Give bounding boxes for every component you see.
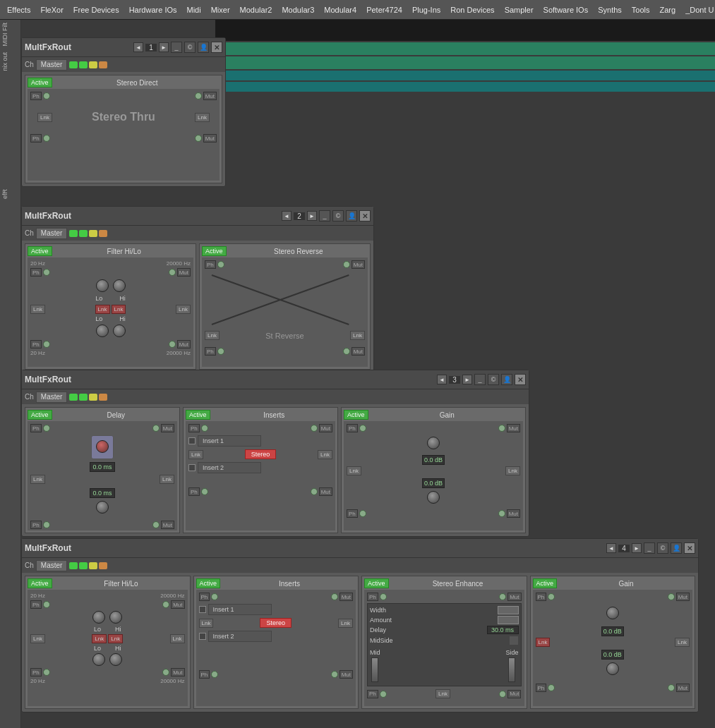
menu-modular2[interactable]: Modular2 <box>236 4 277 16</box>
panel3-prev[interactable]: ◄ <box>437 375 447 384</box>
panel2-lnk3[interactable]: Lnk <box>112 305 126 314</box>
menu-software-ios[interactable]: Software IOs <box>539 4 593 16</box>
panel3-mod2-active[interactable]: Active <box>186 410 210 420</box>
menu-mixer[interactable]: Mixer <box>207 4 234 16</box>
menu-peter4724[interactable]: Peter4724 <box>362 4 407 16</box>
panel4-m2-lnk2[interactable]: Lnk <box>338 619 353 628</box>
panel3-m3-ph-bl[interactable]: Ph <box>347 509 358 518</box>
panel2-knob2[interactable] <box>113 279 126 292</box>
panel4-m4-ph-tl[interactable]: Ph <box>536 593 547 601</box>
panel2-lnk2[interactable]: Lnk <box>95 305 110 314</box>
panel4-width-slider[interactable] <box>498 606 519 614</box>
panel4-knob4[interactable] <box>109 653 122 666</box>
panel4-close[interactable]: ✕ <box>684 542 695 554</box>
panel3-gain-knob2[interactable] <box>427 491 440 504</box>
panel2-ph-bl[interactable]: Ph <box>30 340 42 348</box>
panel3-m1-mut-tr[interactable]: Mut <box>161 424 174 432</box>
panel4-insert2-btn[interactable]: Insert 2 <box>208 631 272 642</box>
panel3-insert2-btn[interactable]: Insert 2 <box>198 462 261 473</box>
menu-midi[interactable]: Midi <box>183 4 205 16</box>
panel4-m2-ph-bl[interactable]: Ph <box>199 670 210 679</box>
panel1-copy[interactable]: © <box>184 42 196 53</box>
panel2-m2-lnk-left[interactable]: Lnk <box>205 331 220 340</box>
panel3-m2-ph-bl[interactable]: Ph <box>188 487 200 496</box>
panel4-midside-toggle[interactable] <box>509 636 519 645</box>
panel3-mod3-active[interactable]: Active <box>344 410 368 420</box>
panel3-master[interactable]: Master <box>36 392 68 403</box>
panel4-m4-ph-bl[interactable]: Ph <box>536 684 547 692</box>
menu-dont-u[interactable]: _Dont U <box>681 4 715 16</box>
panel3-m3-mut-br[interactable]: Mut <box>507 509 520 518</box>
menu-tools[interactable]: Tools <box>627 4 654 16</box>
panel3-m1-mut-br[interactable]: Mut <box>161 521 174 529</box>
panel4-m2-lnk1[interactable]: Lnk <box>199 619 214 628</box>
panel4-m2-mut-tr[interactable]: Mut <box>340 593 353 601</box>
panel1-master[interactable]: Master <box>36 59 68 71</box>
panel2-prev[interactable]: ◄ <box>282 211 292 221</box>
panel4-m1-mut-tr[interactable]: Mut <box>171 600 184 609</box>
panel4-insert1-btn[interactable]: Insert 1 <box>208 604 272 615</box>
panel3-m1-lnk1[interactable]: Lnk <box>30 475 45 484</box>
panel4-copy[interactable]: © <box>657 542 668 554</box>
panel2-mod2-active[interactable]: Active <box>202 246 227 256</box>
panel4-mod2-active[interactable]: Active <box>196 578 221 588</box>
panel4-m3-ph-bl[interactable]: Ph <box>367 690 378 698</box>
panel4-m1-ph-bl[interactable]: Ph <box>30 668 42 677</box>
menu-zarg[interactable]: Zarg <box>656 4 680 16</box>
panel2-ph-tl[interactable]: Ph <box>30 268 42 277</box>
panel4-gain-knob2[interactable] <box>606 662 619 675</box>
panel3-min[interactable]: _ <box>474 374 486 385</box>
panel4-m1-lnk3[interactable]: Lnk <box>108 634 123 643</box>
panel3-insert1-check[interactable] <box>188 437 196 444</box>
panel4-m3-lnk1[interactable]: Lnk <box>435 689 450 698</box>
panel2-next[interactable]: ► <box>307 211 317 221</box>
panel1-ph-tl[interactable]: Ph <box>30 92 42 100</box>
panel4-gain-knob1[interactable] <box>606 607 619 619</box>
panel4-knob1[interactable] <box>92 611 105 624</box>
menu-hardware-ios[interactable]: Hardware IOs <box>125 4 181 16</box>
panel2-m2-ph-tl[interactable]: Ph <box>205 260 216 269</box>
panel3-copy[interactable]: © <box>488 374 499 385</box>
menu-modular4[interactable]: Modular4 <box>320 4 361 16</box>
panel2-close[interactable]: ✕ <box>359 210 371 222</box>
panel4-m1-lnk1[interactable]: Lnk <box>30 634 45 643</box>
panel3-m2-lnk1[interactable]: Lnk <box>188 450 203 459</box>
menu-effects[interactable]: Effects <box>3 4 35 16</box>
panel2-knob1[interactable] <box>96 279 109 292</box>
panel3-m2-mut-tr[interactable]: Mut <box>319 424 332 432</box>
panel3-m3-ph-tl[interactable]: Ph <box>347 424 358 432</box>
panel1-person[interactable]: 👤 <box>198 42 209 53</box>
panel4-master[interactable]: Master <box>36 560 68 571</box>
panel4-m2-mut-br[interactable]: Mut <box>340 670 353 679</box>
panel1-lnk-right[interactable]: Lnk <box>195 113 210 122</box>
panel2-knob3[interactable] <box>96 324 109 337</box>
panel4-mod1-active[interactable]: Active <box>28 578 52 588</box>
panel3-m2-ph-tl[interactable]: Ph <box>188 424 200 432</box>
panel1-active-btn[interactable]: Active <box>28 78 52 87</box>
panel4-next[interactable]: ► <box>632 543 642 553</box>
panel3-insert1-btn[interactable]: Insert 1 <box>198 435 261 447</box>
panel3-next[interactable]: ► <box>462 375 472 384</box>
panel4-m4-mut-br[interactable]: Mut <box>676 684 690 692</box>
panel1-close[interactable]: ✕ <box>211 42 222 53</box>
panel3-close[interactable]: ✕ <box>515 374 526 385</box>
panel4-m4-lnk1[interactable]: Lnk <box>536 638 551 647</box>
panel4-m1-lnk4[interactable]: Lnk <box>170 634 185 643</box>
panel4-mod3-active[interactable]: Active <box>364 578 389 588</box>
menu-ron-devices[interactable]: Ron Devices <box>446 4 498 16</box>
panel2-lnk1[interactable]: Lnk <box>30 305 45 314</box>
panel3-stereo[interactable]: Stereo <box>245 449 277 459</box>
panel4-person[interactable]: 👤 <box>671 542 682 554</box>
panel1-lnk-left[interactable]: Lnk <box>37 113 52 122</box>
panel4-mid-fader[interactable] <box>371 657 378 682</box>
panel1-mut-br[interactable]: Mut <box>203 134 217 142</box>
panel4-m3-mut-br[interactable]: Mut <box>507 690 521 698</box>
panel2-knob4[interactable] <box>113 324 126 337</box>
menu-sampler[interactable]: Sampler <box>500 4 538 16</box>
panel4-side-fader[interactable] <box>508 657 515 682</box>
panel4-knob2[interactable] <box>109 611 122 624</box>
panel4-m1-mut-br[interactable]: Mut <box>171 668 184 677</box>
panel4-m4-mut-tr[interactable]: Mut <box>676 593 690 601</box>
panel1-mut-tr[interactable]: Mut <box>203 92 217 100</box>
panel2-min[interactable]: _ <box>319 210 330 222</box>
